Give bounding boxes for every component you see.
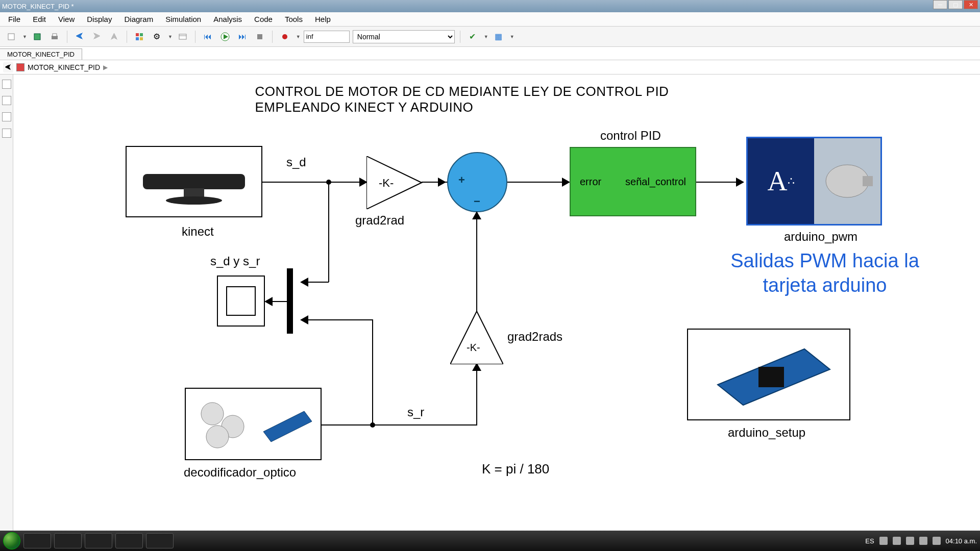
model-tab[interactable]: MOTOR_KINECT_PID	[0, 48, 82, 60]
arrow-icon	[472, 211, 481, 219]
stop-button[interactable]	[253, 30, 267, 44]
breadcrumb: ⮜ MOTOR_KINECT_PID ▶	[0, 60, 980, 74]
wire	[372, 319, 373, 425]
svg-point-13	[282, 34, 287, 39]
stop-time-input[interactable]	[304, 31, 350, 43]
canvas-palette	[0, 74, 13, 531]
model-config-button[interactable]: ⚙	[150, 30, 164, 44]
arduino-logo-icon: A∴	[748, 138, 814, 224]
chevron-down-icon[interactable]: ▼	[22, 34, 27, 39]
image-tool-button[interactable]	[2, 129, 11, 138]
window-title: MOTOR_KINECT_PID *	[2, 3, 74, 10]
menu-simulation[interactable]: Simulation	[160, 14, 206, 24]
step-back-button[interactable]: ⏮	[201, 30, 215, 44]
menu-help[interactable]: Help	[310, 14, 336, 24]
wire	[696, 182, 742, 183]
chevron-down-icon[interactable]: ▼	[168, 34, 173, 39]
block-sum[interactable]: + −	[447, 152, 507, 212]
model-explorer-button[interactable]	[176, 30, 190, 44]
nav-forward-button[interactable]: ⮞	[90, 30, 104, 44]
nav-up-button[interactable]: ⮝	[107, 30, 121, 44]
menu-tools[interactable]: Tools	[280, 14, 308, 24]
clock[interactable]: 04:10 a.m.	[946, 537, 977, 545]
block-pid-top-label: control PID	[600, 129, 661, 143]
build-button[interactable]: ✔	[465, 30, 480, 44]
record-button[interactable]	[278, 30, 292, 44]
block-arduino-pwm[interactable]: A∴	[746, 137, 882, 226]
step-forward-button[interactable]: ⏭	[235, 30, 250, 44]
menu-display[interactable]: Display	[82, 14, 117, 24]
block-gain1-label: grad2rad	[355, 213, 404, 228]
block-scope[interactable]	[217, 276, 265, 327]
battery-icon[interactable]	[906, 537, 914, 545]
run-button[interactable]	[218, 30, 232, 44]
block-arduino-setup[interactable]	[687, 329, 850, 420]
block-decoder[interactable]	[185, 388, 322, 460]
block-pid[interactable]: error señal_control	[570, 147, 696, 216]
nav-back-button[interactable]: ⮜	[72, 30, 87, 44]
print-button[interactable]	[47, 30, 62, 44]
annotation-pwm[interactable]: Salidas PWM hacia latarjeta arduino	[687, 249, 963, 297]
model-icon	[16, 63, 24, 71]
motor-image-icon	[814, 138, 880, 224]
svg-rect-1	[34, 34, 40, 40]
chevron-down-icon[interactable]: ▼	[510, 34, 514, 39]
block-kinect-label: kinect	[182, 224, 214, 239]
library-browser-button[interactable]	[132, 30, 146, 44]
taskbar-matlab-button[interactable]	[115, 533, 143, 548]
block-arduino-setup-label: arduino_setup	[728, 425, 805, 440]
svg-point-19	[826, 165, 869, 197]
diagram-title: CONTROL DE MOTOR DE CD MEDIANTE LEY DE C…	[255, 84, 739, 115]
taskbar-chrome-button[interactable]	[54, 533, 82, 548]
window-close-button[interactable]: ✕	[964, 0, 978, 9]
svg-rect-14	[143, 174, 245, 189]
arduino-board-icon	[702, 339, 835, 410]
block-kinect[interactable]	[126, 146, 262, 217]
save-button[interactable]	[30, 30, 44, 44]
menu-code[interactable]: Code	[249, 14, 278, 24]
model-canvas[interactable]: CONTROL DE MOTOR DE CD MEDIANTE LEY DE C…	[13, 74, 980, 531]
breadcrumb-model[interactable]: MOTOR_KINECT_PID	[28, 63, 100, 71]
network-icon[interactable]	[919, 537, 927, 545]
volume-icon[interactable]	[933, 537, 941, 545]
sum-minus-label: −	[474, 195, 480, 208]
menu-analysis[interactable]: Analysis	[208, 14, 247, 24]
annotation-k-constant[interactable]: K = pi / 180	[482, 461, 549, 477]
new-model-button[interactable]	[4, 30, 18, 44]
block-gain-grad2rads[interactable]: -K-	[450, 311, 503, 364]
fast-restart-button[interactable]: ▦	[492, 30, 506, 44]
wire	[308, 282, 329, 283]
fit-view-button[interactable]	[2, 96, 11, 105]
tray-icon[interactable]	[893, 537, 901, 545]
annotation-tool-button[interactable]	[2, 112, 11, 121]
block-gain-grad2rad[interactable]: -K-	[366, 156, 423, 209]
menu-edit[interactable]: Edit	[28, 14, 51, 24]
taskbar-explorer-button[interactable]	[23, 533, 51, 548]
arrow-icon	[300, 315, 308, 324]
block-mux[interactable]	[287, 268, 293, 334]
taskbar-app2-button[interactable]	[146, 533, 174, 548]
zoom-tool-button[interactable]	[2, 80, 11, 89]
tab-strip: MOTOR_KINECT_PID	[0, 47, 980, 60]
menu-diagram[interactable]: Diagram	[119, 14, 158, 24]
start-button[interactable]	[3, 532, 20, 549]
arrow-icon	[264, 297, 273, 306]
action-center-icon[interactable]	[879, 537, 888, 545]
wire	[262, 182, 359, 183]
hide-browser-button[interactable]: ⮜	[3, 62, 13, 72]
language-indicator[interactable]: ES	[865, 537, 874, 545]
chevron-down-icon[interactable]: ▼	[484, 34, 488, 39]
menu-view[interactable]: View	[53, 14, 80, 24]
block-arduino-pwm-label: arduino_pwm	[784, 230, 857, 244]
svg-marker-27	[450, 311, 503, 364]
chevron-down-icon[interactable]: ▼	[296, 34, 301, 39]
wire	[476, 370, 477, 425]
taskbar-app-button[interactable]	[85, 533, 112, 548]
wire	[476, 218, 477, 311]
window-minimize-button[interactable]: ─	[933, 0, 947, 9]
pid-in-port-label: error	[580, 176, 601, 188]
menu-file[interactable]: File	[3, 14, 26, 24]
simulation-mode-select[interactable]: Normal	[353, 30, 455, 43]
svg-rect-4	[136, 33, 139, 36]
window-maximize-button[interactable]: ▢	[948, 0, 963, 9]
